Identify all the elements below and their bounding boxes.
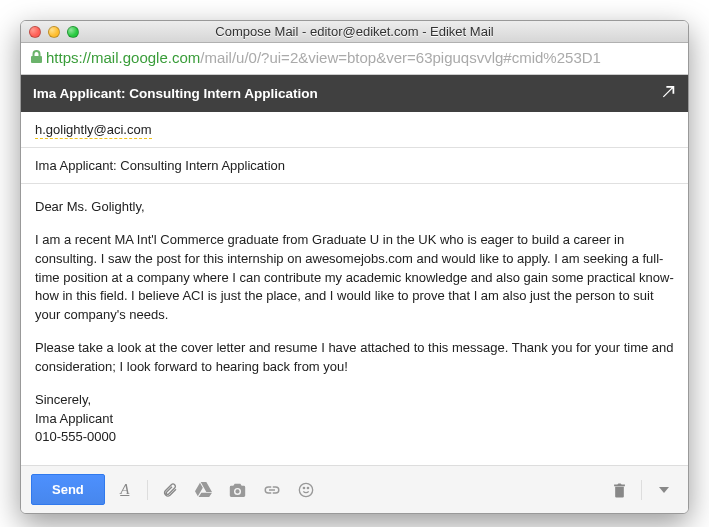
- svg-point-2: [307, 487, 308, 488]
- compose-toolbar: Send A: [21, 465, 688, 513]
- address-bar[interactable]: https://mail.google.com/mail/u/0/?ui=2&v…: [21, 43, 688, 75]
- subject-text: Ima Applicant: Consulting Intern Applica…: [35, 158, 285, 173]
- message-body[interactable]: Dear Ms. Golightly, I am a recent MA Int…: [21, 184, 688, 465]
- close-button[interactable]: [29, 26, 41, 38]
- body-paragraph-2: Please take a look at the cover letter a…: [35, 339, 674, 377]
- zoom-button[interactable]: [67, 26, 79, 38]
- subject-field[interactable]: Ima Applicant: Consulting Intern Applica…: [21, 148, 688, 184]
- compose-window: Compose Mail - editor@ediket.com - Edike…: [20, 20, 689, 514]
- svg-point-1: [303, 487, 304, 488]
- discard-draft-icon[interactable]: [605, 476, 633, 504]
- url-scheme: https://: [46, 49, 91, 66]
- popout-icon[interactable]: [662, 85, 676, 102]
- url-path: /mail/u/0/?ui=2&view=btop&ver=63piguqsvv…: [200, 49, 601, 66]
- svg-point-0: [299, 483, 312, 496]
- send-button[interactable]: Send: [31, 474, 105, 505]
- recipient-address: h.golightly@aci.com: [35, 122, 152, 139]
- compose-header-title: Ima Applicant: Consulting Intern Applica…: [33, 86, 318, 101]
- lock-icon: [31, 50, 42, 66]
- url-host: mail.google.com: [91, 49, 200, 66]
- window-controls: [29, 26, 79, 38]
- to-field[interactable]: h.golightly@aci.com: [21, 112, 688, 148]
- format-text-icon[interactable]: A: [111, 476, 139, 504]
- more-options-icon[interactable]: [650, 476, 678, 504]
- body-signature: Sincerely, Ima Applicant 010-555-0000: [35, 391, 674, 448]
- separator: [641, 480, 642, 500]
- titlebar: Compose Mail - editor@ediket.com - Edike…: [21, 21, 688, 43]
- insert-photo-icon[interactable]: [224, 476, 252, 504]
- separator: [147, 480, 148, 500]
- body-greeting: Dear Ms. Golightly,: [35, 198, 674, 217]
- attach-file-icon[interactable]: [156, 476, 184, 504]
- window-title: Compose Mail - editor@ediket.com - Edike…: [29, 24, 680, 39]
- body-paragraph-1: I am a recent MA Int'l Commerce graduate…: [35, 231, 674, 325]
- insert-drive-icon[interactable]: [190, 476, 218, 504]
- insert-link-icon[interactable]: [258, 476, 286, 504]
- minimize-button[interactable]: [48, 26, 60, 38]
- insert-emoji-icon[interactable]: [292, 476, 320, 504]
- compose-header: Ima Applicant: Consulting Intern Applica…: [21, 75, 688, 112]
